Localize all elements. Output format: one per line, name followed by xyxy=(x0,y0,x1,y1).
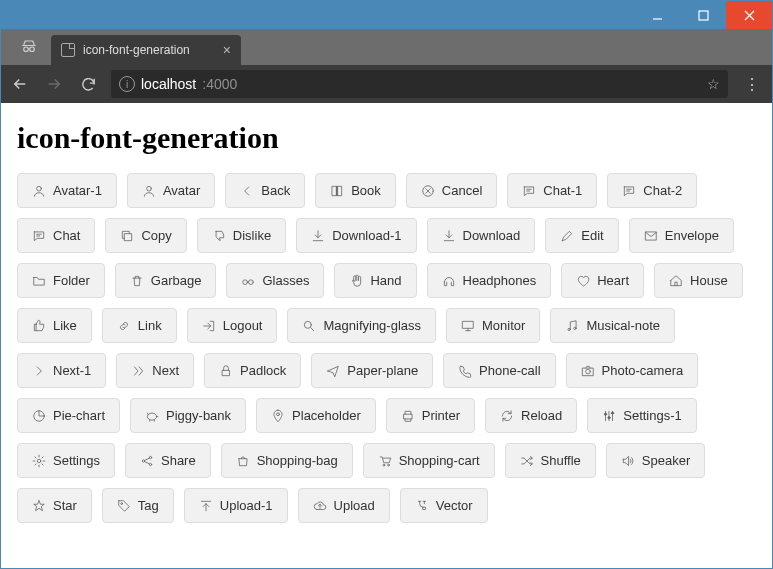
tab-strip: icon-font-generation × xyxy=(1,29,772,65)
icon-button-envelope[interactable]: Envelope xyxy=(629,218,734,253)
icon-button-label: Dislike xyxy=(233,228,271,243)
icon-button-label: Upload-1 xyxy=(220,498,273,513)
icon-button-settings-1[interactable]: Settings-1 xyxy=(587,398,697,433)
icon-button-link[interactable]: Link xyxy=(102,308,177,343)
address-bar: i localhost:4000 ☆ ⋮ xyxy=(1,65,772,103)
icon-button-pie-chart[interactable]: Pie-chart xyxy=(17,398,120,433)
icon-button-folder[interactable]: Folder xyxy=(17,263,105,298)
icon-button-magnifying-glass[interactable]: Magnifying-glass xyxy=(287,308,436,343)
icon-button-house[interactable]: House xyxy=(654,263,743,298)
icon-button-label: Cancel xyxy=(442,183,482,198)
icon-button-edit[interactable]: Edit xyxy=(545,218,618,253)
icon-button-download[interactable]: Download xyxy=(427,218,536,253)
chat-icon xyxy=(522,184,536,198)
icon-button-label: Next xyxy=(152,363,179,378)
icon-button-chat[interactable]: Chat xyxy=(17,218,95,253)
icon-button-share[interactable]: Share xyxy=(125,443,211,478)
icon-button-heart[interactable]: Heart xyxy=(561,263,644,298)
icon-button-label: Download xyxy=(463,228,521,243)
svg-point-29 xyxy=(30,47,35,52)
icon-button-reload[interactable]: Reload xyxy=(485,398,577,433)
cancel-icon xyxy=(421,184,435,198)
site-info-icon[interactable]: i xyxy=(119,76,135,92)
icon-button-tag[interactable]: Tag xyxy=(102,488,174,523)
icon-button-shopping-bag[interactable]: Shopping-bag xyxy=(221,443,353,478)
icon-button-label: House xyxy=(690,273,728,288)
icon-button-label: Shopping-bag xyxy=(257,453,338,468)
padlock-icon xyxy=(219,364,233,378)
piggy-icon xyxy=(145,409,159,423)
icon-button-paper-plane[interactable]: Paper-plane xyxy=(311,353,433,388)
icon-button-glasses[interactable]: Glasses xyxy=(226,263,324,298)
icon-button-avatar[interactable]: Avatar xyxy=(127,173,215,208)
icon-button-vector[interactable]: Vector xyxy=(400,488,488,523)
svg-point-28 xyxy=(24,47,29,52)
icon-button-padlock[interactable]: Padlock xyxy=(204,353,301,388)
icon-button-label: Envelope xyxy=(665,228,719,243)
icon-button-label: Next-1 xyxy=(53,363,91,378)
icon-button-upload[interactable]: Upload xyxy=(298,488,390,523)
download-icon xyxy=(311,229,325,243)
icon-button-logout[interactable]: Logout xyxy=(187,308,278,343)
icon-button-placeholder[interactable]: Placeholder xyxy=(256,398,376,433)
reload-button[interactable] xyxy=(77,73,99,95)
icon-button-chat-2[interactable]: Chat-2 xyxy=(607,173,697,208)
icon-button-piggy-bank[interactable]: Piggy-bank xyxy=(130,398,246,433)
icon-button-photo-camera[interactable]: Photo-camera xyxy=(566,353,699,388)
browser-tab[interactable]: icon-font-generation × xyxy=(51,35,241,65)
icon-button-copy[interactable]: Copy xyxy=(105,218,186,253)
icon-button-monitor[interactable]: Monitor xyxy=(446,308,540,343)
icon-button-cancel[interactable]: Cancel xyxy=(406,173,497,208)
like-icon xyxy=(32,319,46,333)
icon-button-label: Photo-camera xyxy=(602,363,684,378)
icon-button-headphones[interactable]: Headphones xyxy=(427,263,552,298)
icon-button-avatar-1[interactable]: Avatar-1 xyxy=(17,173,117,208)
icon-button-label: Hand xyxy=(370,273,401,288)
url-host: localhost xyxy=(141,76,196,92)
icon-button-label: Shopping-cart xyxy=(399,453,480,468)
omnibox[interactable]: i localhost:4000 ☆ xyxy=(111,70,728,98)
close-button[interactable] xyxy=(726,1,772,29)
icon-button-label: Speaker xyxy=(642,453,690,468)
icon-button-star[interactable]: Star xyxy=(17,488,92,523)
folder-icon xyxy=(32,274,46,288)
icon-button-chat-1[interactable]: Chat-1 xyxy=(507,173,597,208)
back-button[interactable] xyxy=(9,73,31,95)
forward-button[interactable] xyxy=(43,73,65,95)
icon-button-next[interactable]: Next xyxy=(116,353,194,388)
icon-button-like[interactable]: Like xyxy=(17,308,92,343)
icon-button-musical-note[interactable]: Musical-note xyxy=(550,308,675,343)
icon-button-download-1[interactable]: Download-1 xyxy=(296,218,416,253)
logout-icon xyxy=(202,319,216,333)
menu-button[interactable]: ⋮ xyxy=(740,75,764,94)
icon-button-label: Magnifying-glass xyxy=(323,318,421,333)
icon-button-label: Printer xyxy=(422,408,460,423)
icon-button-speaker[interactable]: Speaker xyxy=(606,443,705,478)
tab-close-icon[interactable]: × xyxy=(223,43,231,57)
icon-button-garbage[interactable]: Garbage xyxy=(115,263,217,298)
bookmark-star-icon[interactable]: ☆ xyxy=(707,76,720,92)
hand-icon xyxy=(349,274,363,288)
icon-button-next-1[interactable]: Next-1 xyxy=(17,353,106,388)
icon-button-shopping-cart[interactable]: Shopping-cart xyxy=(363,443,495,478)
icon-button-upload-1[interactable]: Upload-1 xyxy=(184,488,288,523)
icon-button-dislike[interactable]: Dislike xyxy=(197,218,286,253)
maximize-button[interactable] xyxy=(680,1,726,29)
magnify-icon xyxy=(302,319,316,333)
icon-button-hand[interactable]: Hand xyxy=(334,263,416,298)
icon-button-back[interactable]: Back xyxy=(225,173,305,208)
star-icon xyxy=(32,499,46,513)
next2-icon xyxy=(131,364,145,378)
icon-button-book[interactable]: Book xyxy=(315,173,396,208)
icon-button-shuffle[interactable]: Shuffle xyxy=(505,443,596,478)
page-content: icon-font-generation Avatar-1AvatarBackB… xyxy=(1,103,772,568)
garbage-icon xyxy=(130,274,144,288)
icon-button-label: Chat xyxy=(53,228,80,243)
tab-title: icon-font-generation xyxy=(83,43,190,57)
icon-button-printer[interactable]: Printer xyxy=(386,398,475,433)
icon-button-label: Settings-1 xyxy=(623,408,682,423)
house-icon xyxy=(669,274,683,288)
icon-button-phone-call[interactable]: Phone-call xyxy=(443,353,555,388)
minimize-button[interactable] xyxy=(634,1,680,29)
icon-button-settings[interactable]: Settings xyxy=(17,443,115,478)
